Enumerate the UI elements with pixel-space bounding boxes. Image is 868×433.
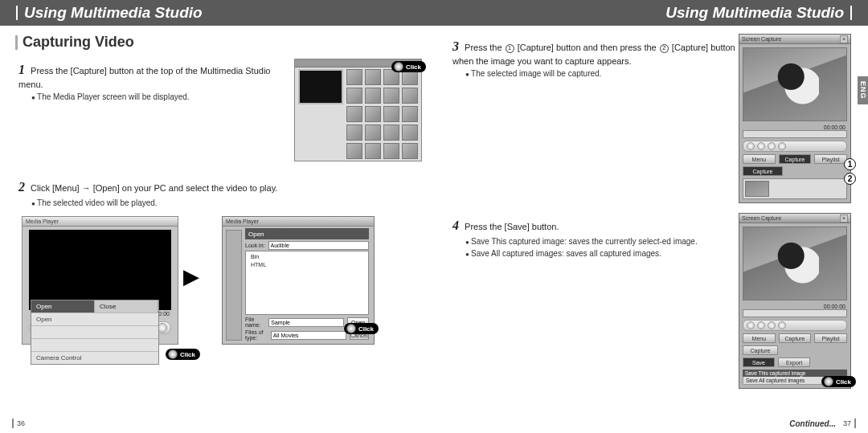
step-text-part: Press the — [465, 43, 505, 52]
filename-label: File name: — [245, 317, 265, 328]
screen-capture-screenshot-1: Screen Capture × 00:00:00 Menu Captu — [739, 34, 851, 203]
captured-thumbnails — [743, 178, 847, 199]
open-dialog-title: Media Player — [223, 217, 374, 227]
next-button[interactable] — [778, 321, 786, 329]
step-number: 4 — [452, 219, 459, 232]
stop-button[interactable] — [757, 321, 765, 329]
stop-button[interactable] — [757, 142, 765, 150]
capture-button-1[interactable]: Capture — [779, 154, 812, 164]
next-button[interactable] — [778, 142, 786, 150]
step-bullet: The selected image will be captured. — [465, 68, 739, 79]
marker-1-inline: 1 — [506, 44, 514, 53]
transport-controls — [743, 141, 847, 152]
lookin-label: Look in: — [245, 243, 265, 248]
playlist-button[interactable]: Playlist — [814, 154, 847, 164]
menu-item[interactable] — [31, 325, 158, 338]
step-number: 2 — [18, 180, 25, 194]
step-number: 1 — [18, 63, 25, 76]
marker-1: 1 — [844, 158, 856, 170]
step-4: 4 Press the [Save] button. Save This cap… — [452, 218, 739, 259]
file-item[interactable]: Bin — [251, 254, 363, 259]
step-3: 3 Press the 1 [Capture] button and then … — [452, 39, 739, 79]
menu-item[interactable]: Camera Control — [31, 351, 158, 364]
step-bullet: The Media Player screen will be displaye… — [31, 92, 286, 102]
export-button[interactable]: Export — [778, 357, 810, 367]
capture-button-2[interactable]: Capture — [743, 345, 778, 355]
filetype-field[interactable] — [271, 331, 346, 340]
continued-label: Continued... — [789, 419, 836, 428]
video-preview — [743, 47, 847, 121]
timecode: 00:00:00 — [744, 125, 845, 130]
step-text: Press the [Save] button. — [465, 222, 559, 231]
timecode: 00:00:00 — [744, 304, 845, 309]
menu-item[interactable]: Open — [31, 312, 158, 325]
close-icon[interactable]: × — [840, 35, 848, 43]
file-item[interactable]: HTML — [251, 262, 363, 268]
play-button[interactable] — [747, 142, 755, 150]
marker-2: 2 — [844, 173, 856, 185]
page-number-right: 37 — [843, 419, 856, 428]
filename-field[interactable] — [268, 318, 344, 327]
click-badge: Click — [166, 349, 200, 360]
header-title: Using Multimedia Studio — [665, 4, 844, 22]
header-title: Using Multimedia Studio — [24, 4, 203, 22]
click-badge: Click — [391, 61, 426, 72]
arrow-right-icon: ▶ — [183, 264, 199, 289]
click-badge: Click — [821, 376, 856, 387]
seek-bar[interactable] — [743, 309, 847, 317]
multimedia-studio-screenshot: Click — [294, 59, 422, 161]
step-text-part: [Capture] button and then press the — [515, 43, 659, 52]
step-bullet: The selected video will be played. — [31, 198, 422, 208]
save-button[interactable]: Save — [743, 357, 775, 367]
prev-button[interactable] — [768, 142, 776, 150]
page-left: Using Multimedia Studio Capturing Video … — [0, 0, 434, 433]
close-icon[interactable]: × — [840, 214, 848, 223]
marker-2-inline: 2 — [660, 44, 669, 53]
screen-capture-screenshot-2: Screen Capture × 00:00:00 Menu Captu — [739, 213, 851, 389]
section-heading: Capturing Video — [15, 34, 422, 51]
header-bar-right: Using Multimedia Studio — [434, 0, 868, 26]
transport-controls — [743, 320, 847, 331]
section-title: Capturing Video — [23, 34, 134, 51]
media-player-screenshot: Media Player 00:00:00 Open Close O — [22, 216, 178, 345]
thumbnail[interactable] — [745, 181, 769, 197]
step-number: 3 — [452, 39, 459, 53]
seek-bar[interactable] — [743, 130, 847, 138]
playlist-button[interactable]: Playlist — [814, 333, 847, 343]
menu-open-highlight[interactable]: Open — [31, 300, 95, 312]
step-2: 2 Click [Menu] → [Open] on your PC and s… — [18, 179, 422, 208]
step-text: Click [Menu] → [Open] on your PC and sel… — [31, 183, 277, 193]
capture-button-2[interactable]: Capture — [743, 166, 783, 176]
prev-button[interactable] — [768, 321, 776, 329]
media-player-screen — [29, 230, 171, 310]
lookin-field[interactable] — [268, 241, 369, 250]
screencap-title: Screen Capture — [742, 215, 781, 221]
open-dialog-screenshot: Media Player Open Look in: Bin HTML File… — [222, 216, 375, 345]
click-badge: Click — [344, 323, 379, 334]
step-text: Press the [Capture] button at the top of… — [18, 66, 270, 89]
menu-close-item[interactable]: Close — [95, 300, 158, 312]
media-player-title: Media Player — [23, 217, 178, 227]
menu-item[interactable] — [31, 338, 158, 351]
open-dialog-header: Open — [245, 228, 369, 239]
menu-button[interactable]: Menu — [743, 333, 776, 343]
menu-popup: Open Close Open Camera Control — [31, 300, 159, 365]
step-bullet: Save This captured image: saves the curr… — [465, 236, 739, 247]
video-preview — [743, 227, 847, 300]
step-1: 1 Press the [Capture] button at the top … — [18, 62, 286, 102]
filetype-label: Files of type: — [245, 329, 268, 341]
menu-button[interactable]: Menu — [743, 154, 776, 164]
capture-button[interactable]: Capture — [779, 333, 812, 343]
play-button[interactable] — [747, 321, 755, 329]
screencap-title: Screen Capture — [742, 36, 781, 42]
language-tab: ENG — [858, 76, 868, 104]
header-bar-left: Using Multimedia Studio — [0, 0, 434, 26]
page-number-left: 36 — [12, 419, 25, 428]
step-bullet: Save All captured images: saves all capt… — [465, 248, 739, 259]
page-right: Using Multimedia Studio ENG 3 Press the … — [434, 0, 868, 433]
